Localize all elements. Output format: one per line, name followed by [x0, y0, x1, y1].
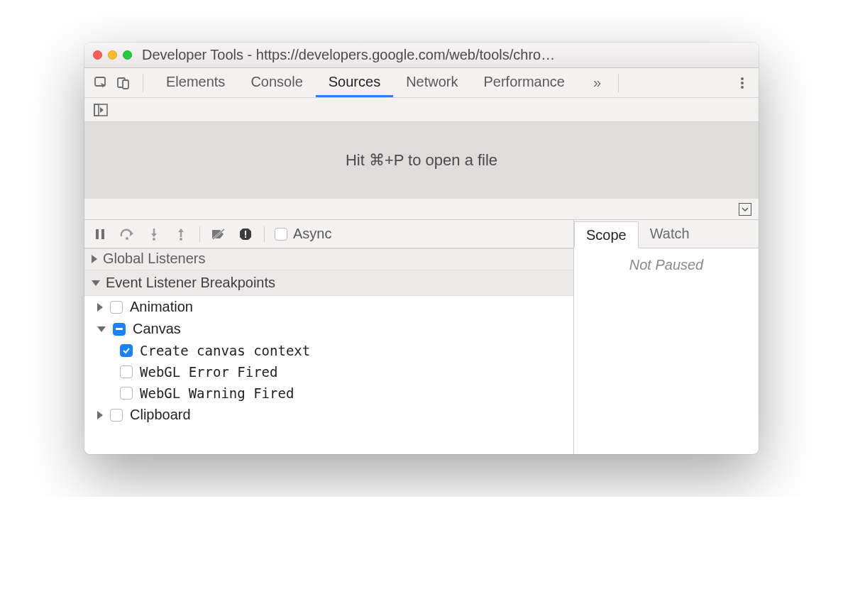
expand-drawer-icon[interactable]	[739, 203, 751, 216]
breakpoint-checkbox[interactable]	[120, 387, 133, 400]
tab-scope[interactable]: Scope	[574, 221, 639, 248]
svg-point-10	[126, 237, 128, 240]
tab-console[interactable]: Console	[238, 68, 315, 97]
inspect-element-icon[interactable]	[92, 74, 110, 92]
separator	[143, 74, 143, 92]
breakpoint-checkbox[interactable]	[120, 344, 133, 357]
show-navigator-icon[interactable]	[92, 101, 110, 119]
debug-toolbar: Async	[84, 220, 573, 248]
window-title: Developer Tools - https://developers.goo…	[142, 47, 750, 63]
scope-status: Not Paused	[574, 248, 759, 454]
breakpoint-webgl-error-fired[interactable]: WebGL Error Fired	[84, 361, 573, 383]
async-label: Async	[293, 226, 331, 242]
debugger-pane: Async Global Listeners Event Listener Br…	[84, 220, 759, 454]
svg-rect-18	[245, 236, 246, 238]
pause-icon[interactable]	[92, 226, 109, 243]
section-label: Global Listeners	[103, 251, 206, 267]
step-out-icon[interactable]	[172, 226, 189, 243]
step-into-icon[interactable]	[145, 226, 162, 243]
svg-point-4	[741, 82, 744, 84]
tab-elements[interactable]: Elements	[153, 68, 238, 97]
minimize-window-button[interactable]	[108, 50, 117, 60]
tab-network[interactable]: Network	[393, 68, 470, 97]
category-animation[interactable]: Animation	[84, 296, 573, 318]
breakpoint-label: WebGL Warning Fired	[140, 385, 294, 401]
tab-watch[interactable]: Watch	[639, 220, 701, 248]
svg-rect-7	[94, 104, 99, 116]
section-global-listeners[interactable]: Global Listeners	[84, 248, 573, 270]
category-checkbox[interactable]	[110, 409, 123, 422]
titlebar: Developer Tools - https://developers.goo…	[84, 43, 759, 68]
svg-point-14	[180, 238, 182, 241]
svg-point-12	[153, 238, 155, 241]
separator	[264, 226, 265, 242]
breakpoint-create-canvas-context[interactable]: Create canvas context	[84, 340, 573, 361]
section-event-listener-breakpoints[interactable]: Event Listener Breakpoints	[84, 270, 573, 296]
main-tabbar: Elements Console Sources Network Perform…	[84, 68, 759, 98]
breakpoint-label: WebGL Error Fired	[140, 364, 277, 380]
sources-subbar	[84, 98, 759, 122]
category-label: Clipboard	[130, 407, 191, 423]
breakpoint-webgl-warning-fired[interactable]: WebGL Warning Fired	[84, 383, 573, 404]
open-file-hint: Hit ⌘+P to open a file	[84, 122, 759, 199]
chevron-down-icon	[92, 280, 100, 286]
category-checkbox[interactable]	[113, 323, 126, 336]
async-checkbox[interactable]	[275, 228, 287, 241]
tabs-overflow-button[interactable]: »	[586, 75, 608, 91]
traffic-lights	[93, 50, 132, 60]
category-canvas[interactable]: Canvas	[84, 318, 573, 340]
svg-rect-8	[96, 229, 99, 239]
svg-rect-9	[101, 229, 104, 239]
close-window-button[interactable]	[93, 50, 102, 60]
tab-sources[interactable]: Sources	[316, 68, 393, 97]
category-checkbox[interactable]	[110, 301, 123, 314]
separator	[618, 74, 619, 92]
deactivate-breakpoints-icon[interactable]	[210, 226, 227, 243]
devtools-window: Developer Tools - https://developers.goo…	[84, 43, 759, 454]
breakpoint-label: Create canvas context	[140, 343, 310, 358]
pause-on-exceptions-icon[interactable]	[237, 226, 254, 243]
scope-status-text: Not Paused	[629, 257, 704, 273]
category-label: Animation	[130, 299, 193, 315]
svg-rect-2	[123, 80, 128, 89]
svg-point-5	[741, 86, 744, 89]
open-file-hint-text: Hit ⌘+P to open a file	[346, 151, 497, 170]
chevron-down-icon	[97, 326, 106, 332]
chevron-right-icon	[97, 411, 103, 419]
chevron-right-icon	[92, 255, 97, 263]
category-label: Canvas	[133, 321, 181, 337]
breakpoint-tree: Animation Canvas Create canvas context	[84, 296, 573, 426]
scope-pane: Scope Watch Not Paused	[574, 220, 759, 454]
kebab-menu-icon[interactable]	[733, 76, 751, 90]
svg-point-3	[741, 77, 744, 80]
separator	[199, 226, 200, 242]
tab-performance[interactable]: Performance	[471, 68, 578, 97]
async-toggle[interactable]: Async	[275, 226, 331, 242]
debugger-left-pane: Async Global Listeners Event Listener Br…	[84, 220, 574, 454]
main-tabs: Elements Console Sources Network Perform…	[153, 68, 578, 97]
chevron-right-icon	[97, 303, 103, 312]
section-label: Event Listener Breakpoints	[106, 275, 275, 291]
scope-tabs: Scope Watch	[574, 220, 759, 248]
zoom-window-button[interactable]	[123, 50, 132, 60]
step-over-icon[interactable]	[119, 226, 136, 243]
category-clipboard[interactable]: Clipboard	[84, 404, 573, 426]
breakpoint-checkbox[interactable]	[120, 365, 133, 378]
drawer-bar	[84, 199, 759, 220]
svg-rect-17	[245, 231, 246, 236]
device-toggle-icon[interactable]	[114, 74, 133, 92]
